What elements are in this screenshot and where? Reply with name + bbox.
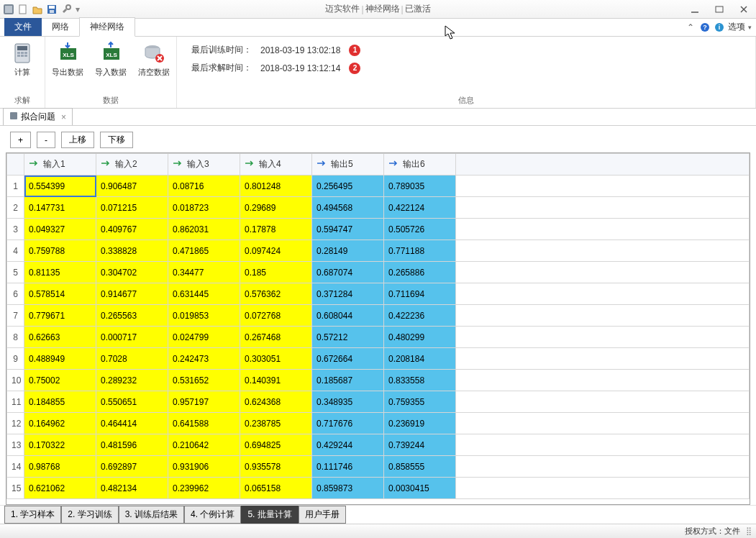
cell[interactable]: 0.75002 (24, 370, 96, 391)
calc-button[interactable]: 计算 (4, 40, 40, 78)
cell[interactable]: 0.34477 (168, 262, 240, 283)
cell[interactable]: 0.858555 (384, 456, 456, 478)
close-doc-icon[interactable]: × (61, 112, 66, 122)
row-number[interactable]: 13 (7, 434, 24, 456)
cell[interactable]: 0.0030415 (384, 478, 456, 499)
export-button[interactable]: XLS 导出数据 (50, 40, 86, 78)
bottom-tab-0[interactable]: 1. 学习样本 (4, 506, 61, 524)
cell[interactable]: 0.641588 (168, 413, 240, 434)
row-number[interactable]: 5 (7, 262, 24, 283)
badge-1[interactable]: 1 (349, 45, 360, 56)
cell[interactable]: 0.17878 (240, 219, 312, 240)
bottom-tab-5[interactable]: 用户手册 (299, 506, 346, 524)
cell[interactable]: 0.482134 (96, 478, 168, 499)
cell[interactable]: 0.481596 (96, 434, 168, 456)
bottom-tab-1[interactable]: 2. 学习训练 (61, 506, 118, 524)
cell[interactable]: 0.338828 (96, 240, 168, 262)
cell[interactable]: 0.906487 (96, 175, 168, 197)
close-button[interactable] (734, 3, 753, 16)
cell[interactable]: 0.208184 (384, 348, 456, 370)
cell[interactable]: 0.494568 (312, 197, 384, 219)
cell[interactable]: 0.236919 (384, 413, 456, 434)
cell[interactable]: 0.576362 (240, 283, 312, 305)
cell[interactable]: 0.29689 (240, 197, 312, 219)
collapse-ribbon-icon[interactable]: ⌃ (685, 22, 696, 33)
remove-row-button[interactable]: - (37, 132, 55, 148)
info-icon[interactable]: i (714, 22, 725, 33)
cell[interactable]: 0.594747 (312, 219, 384, 240)
move-down-button[interactable]: 下移 (100, 132, 133, 148)
cell[interactable]: 0.08716 (168, 175, 240, 197)
cell[interactable]: 0.631445 (168, 283, 240, 305)
tools-icon[interactable] (60, 4, 72, 15)
cell[interactable]: 0.371284 (312, 283, 384, 305)
cell[interactable]: 0.303051 (240, 348, 312, 370)
cell[interactable]: 0.185 (240, 262, 312, 283)
cell[interactable]: 0.480299 (384, 327, 456, 348)
cell[interactable]: 0.759355 (384, 391, 456, 413)
cell[interactable]: 0.957197 (168, 391, 240, 413)
cell[interactable]: 0.62663 (24, 327, 96, 348)
cell[interactable]: 0.914677 (96, 283, 168, 305)
doc-tab-fit-problem[interactable]: 拟合问题 × (3, 108, 73, 125)
cell[interactable]: 0.429244 (312, 434, 384, 456)
cell[interactable]: 0.771188 (384, 240, 456, 262)
add-row-button[interactable]: + (10, 132, 31, 148)
cell[interactable]: 0.801248 (240, 175, 312, 197)
cell[interactable]: 0.024799 (168, 327, 240, 348)
cell[interactable]: 0.265886 (384, 262, 456, 283)
cell[interactable]: 0.265563 (96, 305, 168, 327)
qat-dropdown-icon[interactable]: ▾ (75, 4, 81, 15)
row-number[interactable]: 3 (7, 219, 24, 240)
bottom-tab-4[interactable]: 5. 批量计算 (241, 506, 298, 524)
cell[interactable]: 0.833558 (384, 370, 456, 391)
cell[interactable]: 0.111746 (312, 456, 384, 478)
bottom-tab-3[interactable]: 4. 个例计算 (184, 506, 241, 524)
bottom-tab-2[interactable]: 3. 训练后结果 (119, 506, 184, 524)
cell[interactable]: 0.018723 (168, 197, 240, 219)
open-icon[interactable] (32, 4, 43, 15)
cell[interactable]: 0.147731 (24, 197, 96, 219)
cell[interactable]: 0.672664 (312, 348, 384, 370)
row-number[interactable]: 9 (7, 348, 24, 370)
badge-2[interactable]: 2 (349, 63, 360, 74)
clear-button[interactable]: 清空数据 (136, 40, 172, 78)
cell[interactable]: 0.019853 (168, 305, 240, 327)
cell[interactable]: 0.862031 (168, 219, 240, 240)
cell[interactable]: 0.779671 (24, 305, 96, 327)
save-icon[interactable] (46, 4, 58, 15)
resize-grip-icon[interactable]: ⣿ (746, 526, 750, 536)
cell[interactable]: 0.348935 (312, 391, 384, 413)
cell[interactable]: 0.692897 (96, 456, 168, 478)
cell[interactable]: 0.267468 (240, 327, 312, 348)
cell[interactable]: 0.505726 (384, 219, 456, 240)
cell[interactable]: 0.065158 (240, 478, 312, 499)
cell[interactable]: 0.694825 (240, 434, 312, 456)
cell[interactable]: 0.98768 (24, 456, 96, 478)
cell[interactable]: 0.28149 (312, 240, 384, 262)
cell[interactable]: 0.140391 (240, 370, 312, 391)
cell[interactable]: 0.7028 (96, 348, 168, 370)
import-button[interactable]: XLS 导入数据 (93, 40, 129, 78)
cell[interactable]: 0.238785 (240, 413, 312, 434)
row-number[interactable]: 1 (7, 175, 24, 197)
cell[interactable]: 0.621062 (24, 478, 96, 499)
cell[interactable]: 0.409767 (96, 219, 168, 240)
cell[interactable]: 0.624368 (240, 391, 312, 413)
cell[interactable]: 0.931906 (168, 456, 240, 478)
cell[interactable]: 0.256495 (312, 175, 384, 197)
cell[interactable]: 0.488949 (24, 348, 96, 370)
cell[interactable]: 0.239962 (168, 478, 240, 499)
cell[interactable]: 0.210642 (168, 434, 240, 456)
cell[interactable]: 0.242473 (168, 348, 240, 370)
row-number[interactable]: 12 (7, 413, 24, 434)
help-icon[interactable]: ? (699, 22, 711, 33)
col-header-1[interactable]: 输入1 (24, 154, 96, 175)
col-header-5[interactable]: 输出5 (312, 154, 384, 175)
cell[interactable]: 0.164962 (24, 413, 96, 434)
row-number[interactable]: 10 (7, 370, 24, 391)
row-number[interactable]: 6 (7, 283, 24, 305)
row-number[interactable]: 8 (7, 327, 24, 348)
options-link[interactable]: 选项 (728, 21, 745, 33)
cell[interactable]: 0.554399 (24, 175, 96, 197)
